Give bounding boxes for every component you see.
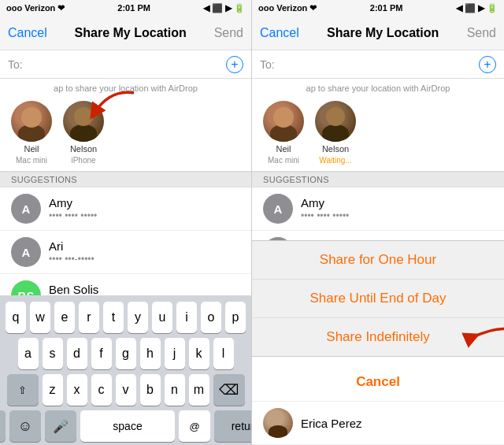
key-backspace[interactable]: ⌫ bbox=[213, 374, 245, 406]
key-b[interactable]: b bbox=[140, 374, 161, 406]
contact-avatar-bensolis: BS bbox=[11, 280, 41, 295]
contact-info-amy: Amy •••• •••• ••••• bbox=[49, 196, 240, 221]
right-neil-name: Neil bbox=[276, 144, 291, 154]
key-shift[interactable]: ⇧ bbox=[7, 374, 39, 406]
share-end-of-day-option[interactable]: Share Until End of Day bbox=[252, 280, 504, 318]
share-one-hour-label: Share for One Hour bbox=[320, 252, 436, 267]
key-u[interactable]: u bbox=[152, 302, 172, 333]
key-v[interactable]: v bbox=[116, 374, 136, 406]
left-nelson-name: Nelson bbox=[70, 144, 97, 154]
key-p[interactable]: p bbox=[225, 302, 246, 333]
left-keyboard: q w e r t y u i o p a s d f g h j k l ⇧ … bbox=[0, 295, 251, 445]
right-contact-info-erica: Erica Perez bbox=[301, 417, 493, 430]
left-time: 2:01 PM bbox=[117, 3, 150, 13]
left-panel: ooo Verizon ❤ 2:01 PM ◀ ⬛ ▶ 🔋 Cancel Sha… bbox=[0, 0, 252, 445]
key-d[interactable]: d bbox=[67, 338, 87, 369]
right-contacts-area: A Amy •••• •••• ••••• A Ari •••• •••-•••… bbox=[252, 187, 504, 240]
left-add-contact-button[interactable]: + bbox=[226, 56, 243, 73]
key-c[interactable]: c bbox=[91, 374, 112, 406]
key-e[interactable]: e bbox=[54, 302, 75, 333]
share-duration-overlay: Share for One Hour Share Until End of Da… bbox=[252, 240, 504, 445]
left-send-button[interactable]: Send bbox=[214, 26, 243, 40]
contact-info-bensolis: Ben Solis •••• •••-•••• bbox=[49, 283, 240, 295]
key-n[interactable]: n bbox=[165, 374, 185, 406]
key-g[interactable]: g bbox=[116, 338, 136, 369]
overlay-menu: Share for One Hour Share Until End of Da… bbox=[252, 240, 504, 357]
key-y[interactable]: y bbox=[128, 302, 148, 333]
contact-name-amy: Amy bbox=[49, 196, 240, 210]
left-title: Share My Location bbox=[75, 26, 187, 40]
right-avatar-nelson: Nelson Waiting... bbox=[315, 101, 356, 165]
kb-row-2: a s d f g h j k l bbox=[3, 338, 248, 369]
right-contact-name-amy: Amy bbox=[301, 196, 493, 210]
key-i[interactable]: i bbox=[176, 302, 197, 333]
left-to-field: To: + bbox=[0, 50, 251, 79]
key-num[interactable]: 123 bbox=[0, 410, 6, 442]
share-end-of-day-label: Share Until End of Day bbox=[310, 291, 447, 306]
key-j[interactable]: j bbox=[165, 338, 185, 369]
right-status-icons: ◀ ⬛ ▶ 🔋 bbox=[456, 3, 498, 13]
contact-info-ari: Ari •••• •••-••••• bbox=[49, 239, 240, 265]
right-avatars-row: Neil Mac mini Nelson Waiting... bbox=[252, 96, 504, 172]
right-panel: ooo Verizon ❤ 2:01 PM ◀ ⬛ ▶ 🔋 Cancel Sha… bbox=[252, 0, 504, 445]
key-mic[interactable]: 🎤 bbox=[45, 410, 76, 442]
right-add-contact-button[interactable]: + bbox=[479, 56, 496, 73]
right-contact-avatar-erica bbox=[263, 408, 293, 438]
key-return[interactable]: return bbox=[214, 410, 252, 442]
key-x[interactable]: x bbox=[67, 374, 87, 406]
key-l[interactable]: l bbox=[213, 338, 234, 369]
key-k[interactable]: k bbox=[189, 338, 209, 369]
right-nelson-name: Nelson bbox=[322, 144, 349, 154]
right-time: 2:01 PM bbox=[370, 3, 403, 13]
kb-row-4: 123 ☺ 🎤 space @ return bbox=[3, 410, 248, 442]
key-z[interactable]: z bbox=[43, 374, 63, 406]
left-neil-sub: Mac mini bbox=[16, 156, 47, 165]
right-carrier: ooo Verizon ❤ bbox=[258, 3, 317, 13]
share-indefinitely-arrow-icon bbox=[457, 323, 504, 351]
key-q[interactable]: q bbox=[6, 302, 26, 333]
key-emoji[interactable]: ☺ bbox=[9, 410, 41, 442]
key-space[interactable]: space bbox=[80, 410, 175, 442]
left-avatars-row: Neil Mac mini Nelson iPhone bbox=[0, 96, 251, 172]
contact-name-bensolis: Ben Solis bbox=[49, 283, 240, 295]
right-contact-name-erica: Erica Perez bbox=[301, 417, 493, 430]
key-t[interactable]: t bbox=[103, 302, 124, 333]
key-o[interactable]: o bbox=[201, 302, 221, 333]
left-arrow-area: Nelson iPhone bbox=[63, 101, 104, 165]
list-item[interactable]: A Ari •••• •••-••••• bbox=[0, 231, 251, 274]
key-at[interactable]: @ bbox=[179, 410, 210, 442]
right-to-input[interactable] bbox=[280, 58, 474, 71]
right-send-button[interactable]: Send bbox=[467, 26, 496, 40]
key-r[interactable]: r bbox=[79, 302, 99, 333]
left-status-bar: ooo Verizon ❤ 2:01 PM ◀ ⬛ ▶ 🔋 bbox=[0, 0, 251, 16]
share-indefinitely-option[interactable]: Share Indefinitely bbox=[252, 318, 504, 356]
contact-phone-ari: •••• •••-••••• bbox=[49, 254, 240, 265]
list-item[interactable]: A Amy •••• •••• ••••• bbox=[0, 187, 251, 231]
list-item[interactable]: A Ari •••• •••-••••• bbox=[252, 231, 504, 240]
left-status-icons: ◀ ⬛ ▶ 🔋 bbox=[203, 3, 245, 13]
right-nav-bar: Cancel Share My Location Send bbox=[252, 16, 504, 50]
key-m[interactable]: m bbox=[189, 374, 209, 406]
list-item[interactable]: BS Ben Solis •••• •••-•••• bbox=[0, 274, 251, 295]
left-cancel-button[interactable]: Cancel bbox=[8, 26, 47, 40]
list-item[interactable]: A Amy •••• •••• ••••• bbox=[252, 187, 504, 231]
key-h[interactable]: h bbox=[140, 338, 161, 369]
key-w[interactable]: w bbox=[30, 302, 50, 333]
contact-avatar-ari: A bbox=[11, 237, 41, 267]
key-s[interactable]: s bbox=[43, 338, 63, 369]
left-to-input[interactable] bbox=[28, 58, 221, 71]
left-suggestions-header: SUGGESTIONS bbox=[0, 172, 251, 187]
overlay-cancel-label: Cancel bbox=[356, 374, 400, 389]
list-item[interactable]: Erica Perez bbox=[252, 401, 504, 445]
right-neil-sub: Mac mini bbox=[268, 156, 299, 165]
key-a[interactable]: a bbox=[18, 338, 39, 369]
overlay-cancel-button[interactable]: Cancel bbox=[252, 363, 504, 401]
right-title: Share My Location bbox=[327, 26, 439, 40]
share-one-hour-option[interactable]: Share for One Hour bbox=[252, 241, 504, 280]
right-cancel-button[interactable]: Cancel bbox=[260, 26, 299, 40]
share-indefinitely-label: Share Indefinitely bbox=[326, 329, 429, 344]
kb-row-1: q w e r t y u i o p bbox=[3, 302, 248, 333]
contact-name-ari: Ari bbox=[49, 239, 240, 253]
key-f[interactable]: f bbox=[91, 338, 112, 369]
right-status-bar: ooo Verizon ❤ 2:01 PM ◀ ⬛ ▶ 🔋 bbox=[252, 0, 504, 16]
